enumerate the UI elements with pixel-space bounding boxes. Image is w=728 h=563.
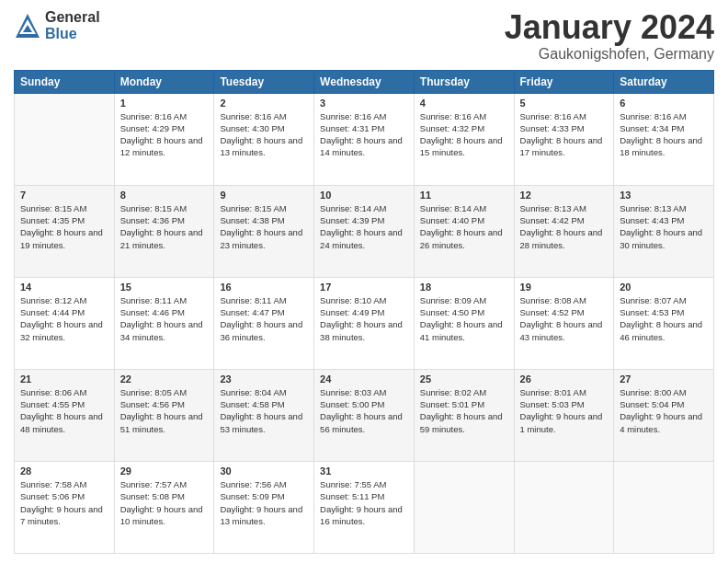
calendar-week-row: 21Sunrise: 8:06 AMSunset: 4:55 PMDayligh… bbox=[15, 369, 714, 461]
calendar-cell: 11Sunrise: 8:14 AMSunset: 4:40 PMDayligh… bbox=[414, 185, 514, 277]
calendar-cell: 2Sunrise: 8:16 AMSunset: 4:30 PMDaylight… bbox=[214, 93, 314, 185]
calendar-cell: 13Sunrise: 8:13 AMSunset: 4:43 PMDayligh… bbox=[614, 185, 714, 277]
weekday-header: Monday bbox=[114, 70, 214, 93]
calendar-cell bbox=[514, 461, 614, 553]
calendar-cell bbox=[614, 461, 714, 553]
day-info: Sunrise: 8:12 AMSunset: 4:44 PMDaylight:… bbox=[20, 294, 108, 343]
day-number: 5 bbox=[520, 98, 609, 109]
day-info: Sunrise: 8:15 AMSunset: 4:36 PMDaylight:… bbox=[120, 202, 209, 251]
weekday-header: Thursday bbox=[414, 70, 514, 93]
logo: General Blue bbox=[14, 9, 100, 41]
day-number: 13 bbox=[620, 190, 708, 201]
day-info: Sunrise: 8:14 AMSunset: 4:39 PMDaylight:… bbox=[320, 202, 408, 251]
logo-text: General Blue bbox=[45, 9, 100, 41]
calendar-table: SundayMondayTuesdayWednesdayThursdayFrid… bbox=[14, 70, 714, 554]
calendar-cell: 18Sunrise: 8:09 AMSunset: 4:50 PMDayligh… bbox=[414, 277, 514, 369]
calendar-cell: 1Sunrise: 8:16 AMSunset: 4:29 PMDaylight… bbox=[114, 93, 214, 185]
day-number: 23 bbox=[220, 373, 308, 385]
calendar-page: General Blue January 2024 Gaukonigshofen… bbox=[0, 0, 728, 563]
day-info: Sunrise: 8:03 AMSunset: 5:00 PMDaylight:… bbox=[320, 386, 408, 435]
calendar-cell: 31Sunrise: 7:55 AMSunset: 5:11 PMDayligh… bbox=[314, 461, 415, 553]
day-number: 22 bbox=[120, 373, 209, 385]
calendar-cell: 24Sunrise: 8:03 AMSunset: 5:00 PMDayligh… bbox=[314, 369, 415, 461]
weekday-header: Friday bbox=[514, 70, 614, 93]
day-number: 17 bbox=[320, 282, 408, 293]
day-number: 26 bbox=[520, 373, 609, 385]
calendar-cell: 22Sunrise: 8:05 AMSunset: 4:56 PMDayligh… bbox=[114, 369, 214, 461]
calendar-cell: 23Sunrise: 8:04 AMSunset: 4:58 PMDayligh… bbox=[214, 369, 314, 461]
calendar-cell: 3Sunrise: 8:16 AMSunset: 4:31 PMDaylight… bbox=[314, 93, 415, 185]
day-info: Sunrise: 8:11 AMSunset: 4:46 PMDaylight:… bbox=[120, 294, 209, 343]
day-info: Sunrise: 7:58 AMSunset: 5:06 PMDaylight:… bbox=[20, 478, 108, 527]
calendar-cell: 10Sunrise: 8:14 AMSunset: 4:39 PMDayligh… bbox=[314, 185, 415, 277]
logo-general-text: General bbox=[45, 9, 100, 26]
day-number: 2 bbox=[220, 98, 308, 109]
day-info: Sunrise: 8:11 AMSunset: 4:47 PMDaylight:… bbox=[220, 294, 308, 343]
day-number: 24 bbox=[320, 373, 408, 385]
day-info: Sunrise: 7:55 AMSunset: 5:11 PMDaylight:… bbox=[320, 478, 408, 527]
day-info: Sunrise: 8:08 AMSunset: 4:52 PMDaylight:… bbox=[520, 294, 609, 343]
day-number: 14 bbox=[20, 282, 108, 293]
day-number: 20 bbox=[620, 282, 708, 293]
day-number: 1 bbox=[120, 98, 209, 109]
month-title: January 2024 bbox=[505, 9, 714, 46]
day-number: 10 bbox=[320, 190, 408, 201]
calendar-cell: 16Sunrise: 8:11 AMSunset: 4:47 PMDayligh… bbox=[214, 277, 314, 369]
day-number: 12 bbox=[520, 190, 609, 201]
day-number: 7 bbox=[20, 190, 108, 201]
calendar-cell: 20Sunrise: 8:07 AMSunset: 4:53 PMDayligh… bbox=[614, 277, 714, 369]
calendar-cell: 29Sunrise: 7:57 AMSunset: 5:08 PMDayligh… bbox=[114, 461, 214, 553]
day-info: Sunrise: 8:10 AMSunset: 4:49 PMDaylight:… bbox=[320, 294, 408, 343]
calendar-cell: 19Sunrise: 8:08 AMSunset: 4:52 PMDayligh… bbox=[514, 277, 614, 369]
day-info: Sunrise: 8:01 AMSunset: 5:03 PMDaylight:… bbox=[520, 386, 609, 435]
weekday-header: Wednesday bbox=[314, 70, 415, 93]
day-info: Sunrise: 8:16 AMSunset: 4:32 PMDaylight:… bbox=[420, 110, 508, 159]
day-info: Sunrise: 7:56 AMSunset: 5:09 PMDaylight:… bbox=[220, 478, 308, 527]
title-section: January 2024 Gaukonigshofen, Germany bbox=[505, 9, 714, 63]
calendar-cell: 21Sunrise: 8:06 AMSunset: 4:55 PMDayligh… bbox=[15, 369, 115, 461]
day-info: Sunrise: 8:09 AMSunset: 4:50 PMDaylight:… bbox=[420, 294, 508, 343]
calendar-cell: 7Sunrise: 8:15 AMSunset: 4:35 PMDaylight… bbox=[15, 185, 115, 277]
calendar-cell: 30Sunrise: 7:56 AMSunset: 5:09 PMDayligh… bbox=[214, 461, 314, 553]
day-info: Sunrise: 8:02 AMSunset: 5:01 PMDaylight:… bbox=[420, 386, 508, 435]
day-info: Sunrise: 8:16 AMSunset: 4:29 PMDaylight:… bbox=[120, 110, 209, 159]
day-number: 29 bbox=[120, 465, 209, 477]
day-info: Sunrise: 8:16 AMSunset: 4:34 PMDaylight:… bbox=[620, 110, 708, 159]
day-info: Sunrise: 8:06 AMSunset: 4:55 PMDaylight:… bbox=[20, 386, 108, 435]
day-number: 28 bbox=[20, 465, 108, 477]
calendar-cell: 5Sunrise: 8:16 AMSunset: 4:33 PMDaylight… bbox=[514, 93, 614, 185]
day-info: Sunrise: 8:15 AMSunset: 4:38 PMDaylight:… bbox=[220, 202, 308, 251]
day-number: 31 bbox=[320, 465, 408, 477]
weekday-header: Tuesday bbox=[214, 70, 314, 93]
day-info: Sunrise: 8:16 AMSunset: 4:31 PMDaylight:… bbox=[320, 110, 408, 159]
day-number: 4 bbox=[420, 98, 508, 109]
day-info: Sunrise: 8:00 AMSunset: 5:04 PMDaylight:… bbox=[620, 386, 708, 435]
day-number: 3 bbox=[320, 98, 408, 109]
day-info: Sunrise: 8:14 AMSunset: 4:40 PMDaylight:… bbox=[420, 202, 508, 251]
day-number: 8 bbox=[120, 190, 209, 201]
calendar-header-row: SundayMondayTuesdayWednesdayThursdayFrid… bbox=[15, 70, 714, 93]
calendar-cell bbox=[15, 93, 115, 185]
day-info: Sunrise: 8:16 AMSunset: 4:33 PMDaylight:… bbox=[520, 110, 609, 159]
day-number: 25 bbox=[420, 373, 508, 385]
day-number: 11 bbox=[420, 190, 508, 201]
calendar-cell: 6Sunrise: 8:16 AMSunset: 4:34 PMDaylight… bbox=[614, 93, 714, 185]
day-info: Sunrise: 8:05 AMSunset: 4:56 PMDaylight:… bbox=[120, 386, 209, 435]
calendar-week-row: 1Sunrise: 8:16 AMSunset: 4:29 PMDaylight… bbox=[15, 93, 714, 185]
day-number: 21 bbox=[20, 373, 108, 385]
calendar-cell: 9Sunrise: 8:15 AMSunset: 4:38 PMDaylight… bbox=[214, 185, 314, 277]
day-info: Sunrise: 8:07 AMSunset: 4:53 PMDaylight:… bbox=[620, 294, 708, 343]
day-info: Sunrise: 8:16 AMSunset: 4:30 PMDaylight:… bbox=[220, 110, 308, 159]
calendar-week-row: 28Sunrise: 7:58 AMSunset: 5:06 PMDayligh… bbox=[15, 461, 714, 553]
header: General Blue January 2024 Gaukonigshofen… bbox=[14, 9, 714, 63]
calendar-cell: 4Sunrise: 8:16 AMSunset: 4:32 PMDaylight… bbox=[414, 93, 514, 185]
calendar-cell: 8Sunrise: 8:15 AMSunset: 4:36 PMDaylight… bbox=[114, 185, 214, 277]
day-number: 19 bbox=[520, 282, 609, 293]
weekday-header: Saturday bbox=[614, 70, 714, 93]
day-number: 15 bbox=[120, 282, 209, 293]
day-info: Sunrise: 8:04 AMSunset: 4:58 PMDaylight:… bbox=[220, 386, 308, 435]
logo-icon bbox=[14, 12, 41, 40]
calendar-cell: 17Sunrise: 8:10 AMSunset: 4:49 PMDayligh… bbox=[314, 277, 415, 369]
calendar-cell: 12Sunrise: 8:13 AMSunset: 4:42 PMDayligh… bbox=[514, 185, 614, 277]
day-info: Sunrise: 8:13 AMSunset: 4:43 PMDaylight:… bbox=[620, 202, 708, 251]
